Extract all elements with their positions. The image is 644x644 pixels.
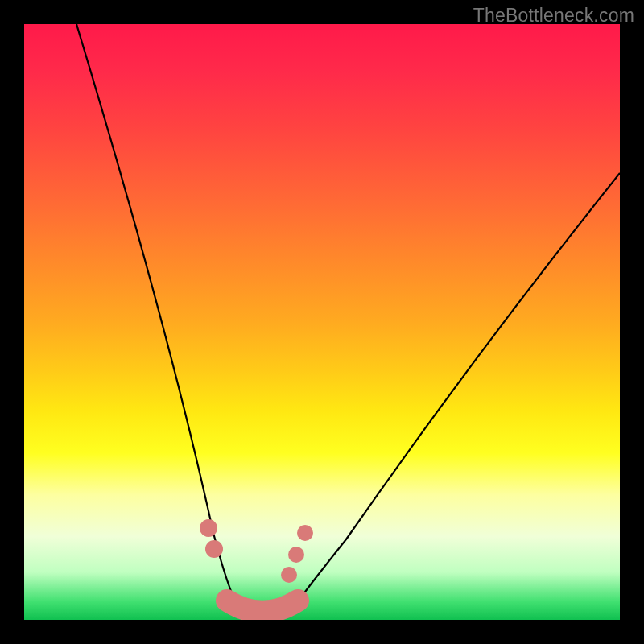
plot-area: [24, 24, 620, 620]
bottom-join: [227, 601, 298, 612]
right-curve: [290, 173, 620, 613]
dot-left-1: [200, 519, 217, 537]
dot-left-2: [205, 540, 223, 558]
dot-right-3: [281, 567, 297, 583]
dot-right-1: [297, 525, 313, 541]
left-curve: [76, 24, 243, 613]
chart-svg: [24, 24, 620, 620]
chart-container: TheBottleneck.com: [0, 0, 644, 644]
watermark-text: TheBottleneck.com: [473, 5, 634, 27]
dot-right-2: [288, 547, 304, 563]
